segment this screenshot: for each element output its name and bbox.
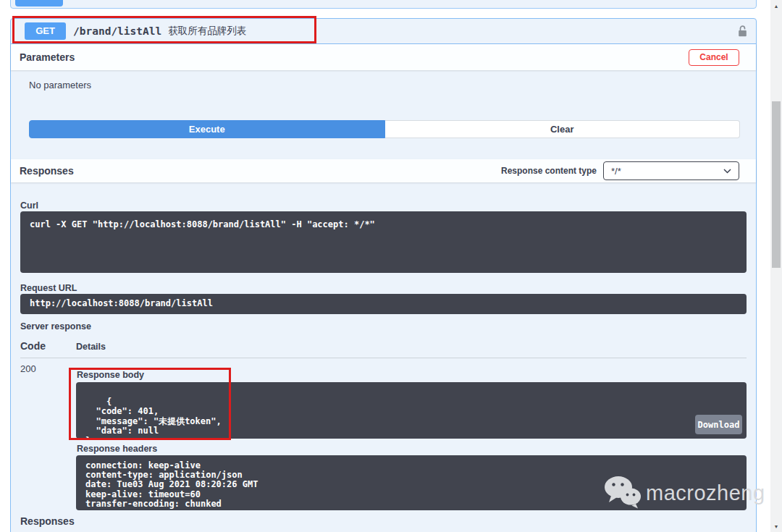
request-url-label: Request URL [20,283,77,293]
wechat-logo-icon [603,475,642,512]
annotation-box-response-body [69,368,231,440]
code-column-header: Code [20,340,46,352]
details-column-header: Details [76,342,106,352]
swagger-page: GET /brand/listAll 获取所有品牌列表 Parameters C… [0,0,782,532]
vertical-scrollbar[interactable]: ▲ ▼ [770,0,782,532]
response-headers-label: Response headers [77,444,157,454]
scroll-up-arrow-icon[interactable]: ▲ [770,1,782,11]
scrollbar-thumb[interactable] [772,101,781,268]
unlock-padlock-icon[interactable] [737,25,748,38]
responses-section-header: Responses Response content type */* [11,159,756,182]
response-content-type-value: */* [611,166,621,177]
scroll-down-arrow-icon[interactable]: ▼ [770,521,782,531]
parameters-section-header: Parameters Cancel [11,44,756,70]
execute-button[interactable]: Execute [29,120,385,138]
parameters-title: Parameters [20,51,75,63]
execute-clear-row: Execute Clear [29,120,740,138]
response-content-type-group: Response content type */* [501,161,739,180]
table-divider [20,358,747,358]
previous-endpoint-remnant [10,0,757,9]
status-code: 200 [20,363,36,374]
responses-title: Responses [20,165,74,177]
request-url-value: http://localhost:8088/brand/listAll [20,294,747,314]
watermark: macrozheng [603,475,765,512]
curl-label: Curl [20,200,38,211]
documented-responses-title: Responses [20,515,75,527]
response-content-type-label: Response content type [501,166,597,176]
cancel-button[interactable]: Cancel [689,49,739,66]
annotation-box-endpoint [12,16,316,43]
server-response-label: Server response [20,321,91,332]
chevron-down-icon [723,169,731,174]
watermark-text: macrozheng [646,481,765,505]
download-button[interactable]: Download [695,415,742,434]
previous-endpoint-method-badge[interactable] [15,0,63,7]
curl-command[interactable]: curl -X GET "http://localhost:8088/brand… [20,211,747,273]
no-parameters-text: No parameters [29,80,91,90]
clear-button[interactable]: Clear [385,120,741,138]
response-content-type-select[interactable]: */* [603,161,739,180]
